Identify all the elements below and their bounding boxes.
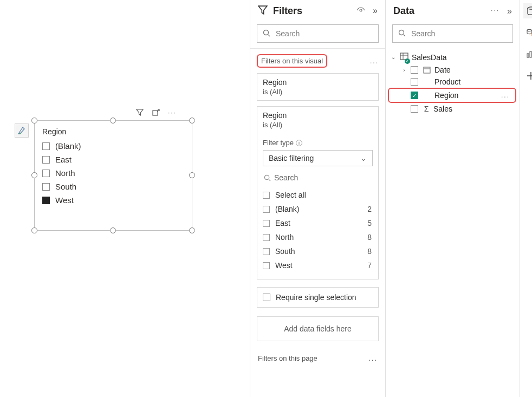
report-canvas[interactable]: ··· Region (Blank) East xyxy=(0,0,250,397)
info-icon[interactable]: i xyxy=(296,140,302,146)
checkbox-icon[interactable] xyxy=(263,294,270,301)
option-label: South xyxy=(275,247,358,256)
option-label: East xyxy=(275,219,358,227)
collapse-icon[interactable]: » xyxy=(507,6,512,16)
search-input[interactable] xyxy=(275,29,373,38)
right-rail xyxy=(520,0,532,397)
filter-option[interactable]: North 8 xyxy=(263,230,372,244)
option-label: West xyxy=(275,261,358,270)
checkbox-icon[interactable] xyxy=(263,220,270,227)
checkbox-icon[interactable] xyxy=(411,105,418,113)
checkbox-icon[interactable] xyxy=(263,248,270,255)
field-date[interactable]: › Date xyxy=(389,64,516,76)
rail-viz-button[interactable] xyxy=(523,47,533,62)
checkbox-icon[interactable] xyxy=(263,262,270,269)
filter-option[interactable]: West 7 xyxy=(263,258,372,272)
more-icon[interactable]: ... xyxy=(501,92,510,99)
data-title: Data xyxy=(393,5,485,17)
filter-card-region-expanded[interactable]: Region is (All) Filter type i Basic filt… xyxy=(257,106,379,279)
checkbox-icon[interactable] xyxy=(263,234,270,241)
section-label: Filters on this page xyxy=(258,354,317,362)
checkbox-icon[interactable] xyxy=(263,192,270,199)
svg-rect-17 xyxy=(530,51,531,57)
focus-mode-icon[interactable] xyxy=(152,108,160,117)
filter-values-search[interactable]: Search xyxy=(263,171,373,185)
data-pane: Data ··· » ⌄ ✓ SalesData xyxy=(386,0,520,397)
filter-option[interactable]: South 8 xyxy=(263,244,372,258)
resize-handle[interactable] xyxy=(31,118,37,123)
field-sales[interactable]: › Σ Sales xyxy=(389,103,516,115)
checkbox-icon[interactable] xyxy=(411,78,418,86)
rail-model-button[interactable] xyxy=(523,25,533,40)
svg-rect-0 xyxy=(153,110,158,115)
checkbox-icon[interactable]: ✓ xyxy=(411,92,418,99)
resize-handle[interactable] xyxy=(189,118,195,123)
rail-add-button[interactable] xyxy=(523,68,533,83)
filter-summary: is (All) xyxy=(263,88,373,96)
option-count: 8 xyxy=(363,233,372,242)
checkbox-icon[interactable] xyxy=(263,206,270,213)
field-region[interactable]: › ✓ Region ... xyxy=(389,89,514,101)
slicer-title: Region xyxy=(42,127,184,136)
option-count: 5 xyxy=(363,219,372,227)
filter-icon[interactable] xyxy=(135,108,144,117)
more-icon[interactable]: ... xyxy=(370,57,379,65)
chevron-down-icon: ⌄ xyxy=(360,154,367,162)
svg-point-6 xyxy=(399,30,404,35)
checkbox-icon[interactable] xyxy=(42,142,50,150)
filters-search[interactable] xyxy=(257,24,379,43)
more-options-icon[interactable]: ··· xyxy=(168,108,177,117)
option-label: Select all xyxy=(275,191,372,199)
slicer-item[interactable]: East xyxy=(42,153,184,166)
slicer-item[interactable]: West xyxy=(42,193,184,207)
filter-icon xyxy=(258,5,268,17)
filter-type-select[interactable]: Basic filtering ⌄ xyxy=(263,150,373,166)
slicer-item[interactable]: (Blank) xyxy=(42,139,184,153)
require-single-selection[interactable]: Require single selection xyxy=(257,287,379,308)
filter-summary: is (All) xyxy=(263,121,373,129)
more-icon[interactable]: ... xyxy=(368,354,378,362)
table-name: SalesData xyxy=(412,53,447,62)
filter-option[interactable]: (Blank) 2 xyxy=(263,202,372,216)
svg-line-5 xyxy=(269,179,270,181)
chevron-right-icon[interactable]: › xyxy=(401,67,407,73)
format-painter-button[interactable] xyxy=(15,123,29,138)
filter-option-select-all[interactable]: Select all xyxy=(263,188,372,202)
eye-icon[interactable] xyxy=(356,6,365,16)
svg-point-1 xyxy=(360,9,362,11)
data-search[interactable] xyxy=(392,24,513,43)
checkbox-icon[interactable] xyxy=(42,156,50,164)
filter-option[interactable]: East 5 xyxy=(263,216,372,230)
search-input[interactable] xyxy=(410,29,507,38)
slicer-item[interactable]: South xyxy=(42,180,184,193)
table-salesdata[interactable]: ⌄ ✓ SalesData xyxy=(389,50,516,64)
field-product[interactable]: › Product xyxy=(389,76,516,88)
slicer-visual[interactable]: Region (Blank) East North South xyxy=(34,120,192,231)
checkbox-icon[interactable] xyxy=(42,170,50,177)
more-icon[interactable]: ··· xyxy=(491,6,499,16)
resize-handle[interactable] xyxy=(189,172,195,178)
add-data-fields-dropzone[interactable]: Add data fields here xyxy=(257,316,379,341)
resize-handle[interactable] xyxy=(31,227,37,233)
checkbox-icon[interactable] xyxy=(42,197,50,204)
calendar-icon xyxy=(423,66,431,74)
rail-data-button[interactable] xyxy=(523,3,533,18)
svg-point-14 xyxy=(527,29,531,31)
option-count: 8 xyxy=(363,247,372,256)
collapse-icon[interactable]: » xyxy=(373,6,378,16)
section-label: Filters on this visual xyxy=(257,54,327,68)
resize-handle[interactable] xyxy=(110,118,116,123)
resize-handle[interactable] xyxy=(31,172,37,178)
option-count: 7 xyxy=(363,261,372,270)
checkbox-icon[interactable] xyxy=(411,66,418,74)
chevron-down-icon[interactable]: ⌄ xyxy=(390,54,397,60)
slicer-item[interactable]: North xyxy=(42,166,184,180)
svg-line-3 xyxy=(268,35,270,36)
search-placeholder: Search xyxy=(274,173,298,182)
resize-handle[interactable] xyxy=(110,227,116,233)
filter-card-region-collapsed[interactable]: Region is (All) xyxy=(257,73,379,101)
resize-handle[interactable] xyxy=(189,227,195,233)
search-icon xyxy=(398,29,406,38)
svg-rect-11 xyxy=(424,67,430,73)
checkbox-icon[interactable] xyxy=(42,183,50,191)
